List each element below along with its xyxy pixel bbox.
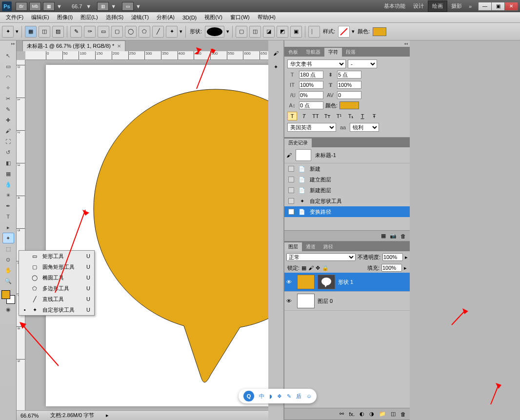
pill-item[interactable]: ❖ xyxy=(277,393,282,400)
dropdown-icon[interactable]: ▼ xyxy=(57,3,62,9)
font-size-input[interactable] xyxy=(299,71,323,79)
workspace-essentials[interactable]: 基本功能 xyxy=(380,1,409,11)
brushes-icon[interactable]: 🖌 xyxy=(273,50,279,56)
new-group-icon[interactable]: 📁 xyxy=(379,411,386,417)
delete-state-icon[interactable]: 🗑 xyxy=(400,233,406,239)
visibility-icon[interactable]: 👁 xyxy=(286,279,294,285)
lasso-tool[interactable]: ◠ xyxy=(2,72,14,82)
workspace-photography[interactable]: 摄影 xyxy=(447,1,466,11)
layer-item[interactable]: 👁 形状 1 xyxy=(284,273,410,292)
shape-tool[interactable]: ✦ xyxy=(2,233,14,243)
shape-layers-icon[interactable]: ▦ xyxy=(25,26,37,38)
zoom-tool[interactable]: 🔍 xyxy=(2,276,14,286)
hscale-input[interactable] xyxy=(337,81,361,89)
ruler-vertical[interactable]: 0123456789 xyxy=(17,60,25,410)
status-zoom[interactable]: 66.67% xyxy=(20,413,39,419)
blend-mode-select[interactable]: 正常 xyxy=(286,253,356,261)
dodge-tool[interactable]: ☀ xyxy=(2,190,14,200)
status-menu-icon[interactable]: ▸ xyxy=(106,412,109,419)
menu-image[interactable]: 图像(I) xyxy=(53,12,77,22)
more-workspaces-icon[interactable]: » xyxy=(466,3,475,9)
tracking-input[interactable] xyxy=(337,91,361,99)
link-layers-icon[interactable]: ⚯ xyxy=(340,411,344,417)
hand-tool[interactable]: ✋ xyxy=(2,265,14,276)
eyedropper-tool[interactable]: ✎ xyxy=(2,104,14,115)
flyout-rectangle[interactable]: ▭矩形工具U xyxy=(19,251,94,261)
dropdown-icon[interactable]: ▾ xyxy=(180,28,182,35)
brush-tool[interactable]: 🖌 xyxy=(2,125,14,136)
collapse-icon[interactable]: ◂◂ xyxy=(284,40,410,47)
menu-edit[interactable]: 编辑(E) xyxy=(27,12,53,22)
path-op-intersect-icon[interactable]: ◩ xyxy=(277,26,288,38)
baseline-input[interactable] xyxy=(299,101,323,109)
screen-mode-button[interactable]: ▦ xyxy=(43,2,55,11)
path-op-new-icon[interactable]: ▢ xyxy=(236,26,247,38)
type-tool[interactable]: T xyxy=(2,211,14,222)
path-op-subtract-icon[interactable]: ◪ xyxy=(263,26,275,38)
canvas[interactable] xyxy=(46,65,268,406)
text-color-swatch[interactable] xyxy=(340,101,359,109)
menu-help[interactable]: 帮助(H) xyxy=(254,12,280,22)
fill-slider-icon[interactable]: ▸ xyxy=(404,265,407,271)
color-picker[interactable] xyxy=(373,27,386,36)
dropdown-icon[interactable]: ▾ xyxy=(226,28,229,35)
tab-navigator[interactable]: 导航器 xyxy=(302,48,324,57)
dropdown-icon[interactable]: ▼ xyxy=(86,3,91,9)
menu-analysis[interactable]: 分析(A) xyxy=(153,12,179,22)
workspace-painting[interactable]: 绘画 xyxy=(428,0,447,12)
blur-tool[interactable]: 💧 xyxy=(2,179,14,190)
superscript-button[interactable]: T¹ xyxy=(334,112,344,120)
new-snapshot-icon[interactable]: 📷 xyxy=(390,233,397,239)
menu-view[interactable]: 视图(V) xyxy=(200,12,226,22)
arrange-button[interactable]: ▭ xyxy=(122,2,134,11)
tab-history[interactable]: 历史记录 xyxy=(284,139,312,147)
layer-thumbnail[interactable] xyxy=(297,294,315,308)
tool-preset-icon[interactable]: ✦ xyxy=(2,26,14,38)
tab-channels[interactable]: 通道 xyxy=(302,242,320,251)
underline-button[interactable]: T xyxy=(358,112,367,120)
paths-icon[interactable]: ◫ xyxy=(39,26,50,38)
italic-button[interactable]: T xyxy=(299,112,309,120)
pill-item[interactable]: 中 xyxy=(259,393,264,400)
bridge-button[interactable]: Br xyxy=(16,2,27,11)
menu-3d[interactable]: 3D(D) xyxy=(179,13,200,22)
leading-input[interactable] xyxy=(337,71,361,79)
snapshot-brush-icon[interactable]: 🖌 xyxy=(286,152,292,158)
layer-item[interactable]: 👁 图层 0 xyxy=(284,292,410,311)
color-tools[interactable] xyxy=(1,290,15,304)
ellipse-icon[interactable]: ◯ xyxy=(125,26,137,38)
visibility-icon[interactable]: 👁 xyxy=(286,298,294,304)
history-item[interactable]: 📄建立图层 xyxy=(284,174,410,185)
document-tab[interactable]: 未标题-1 @ 66.7% (形状 1, RGB/8) * ✕ xyxy=(22,40,125,51)
close-icon[interactable]: ✕ xyxy=(117,43,121,49)
path-op-add-icon[interactable]: ◫ xyxy=(249,26,261,38)
opacity-input[interactable] xyxy=(382,253,403,261)
custom-shape-icon[interactable]: ✦ xyxy=(166,26,178,38)
tool-presets-icon[interactable]: ✦ xyxy=(274,64,278,70)
collapse-icon[interactable]: ▸▸ xyxy=(11,41,15,46)
tab-paragraph[interactable]: 段落 xyxy=(342,48,360,57)
lock-position-icon[interactable]: ✥ xyxy=(316,265,320,271)
layer-style-icon[interactable]: fx. xyxy=(349,411,355,417)
rounded-rect-icon[interactable]: ▢ xyxy=(111,26,123,38)
gradient-tool[interactable]: ▦ xyxy=(2,168,14,179)
menu-file[interactable]: 文件(F) xyxy=(2,12,27,22)
eraser-tool[interactable]: ◧ xyxy=(2,158,14,168)
window-maximize-button[interactable]: ▣ xyxy=(491,2,505,11)
flyout-rounded-rect[interactable]: ▢圆角矩形工具U xyxy=(19,261,94,272)
align-icon[interactable]: ⎸ xyxy=(308,26,320,38)
flyout-ellipse[interactable]: ◯椭圆工具U xyxy=(19,272,94,283)
snapshot-thumbnail[interactable] xyxy=(296,149,311,161)
wand-tool[interactable]: ✧ xyxy=(2,82,14,93)
minibridge-button[interactable]: Mb xyxy=(29,2,41,11)
crop-tool[interactable]: ✂ xyxy=(2,93,14,104)
delete-layer-icon[interactable]: 🗑 xyxy=(400,411,406,417)
history-item[interactable]: 📄变换路径 xyxy=(284,206,410,217)
menu-window[interactable]: 窗口(W) xyxy=(226,12,254,22)
dropdown-icon[interactable]: ▼ xyxy=(136,3,141,9)
dropdown-icon[interactable]: ▼ xyxy=(111,3,116,9)
zoom-level[interactable]: 66.7 xyxy=(72,3,82,9)
freeform-pen-icon[interactable]: ✑ xyxy=(84,26,96,38)
flyout-custom-shape[interactable]: ▪✦自定形状工具U xyxy=(19,304,94,315)
adjustment-layer-icon[interactable]: ◑ xyxy=(369,411,374,417)
